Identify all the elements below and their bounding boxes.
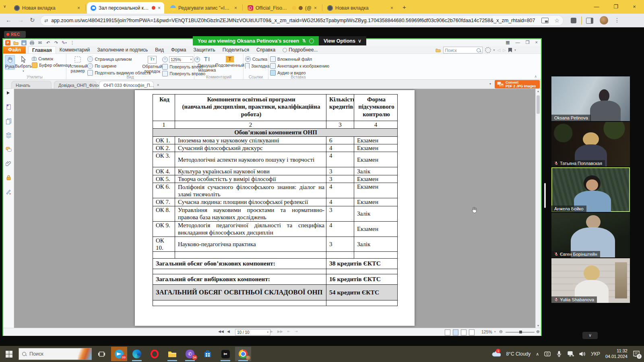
video-tile-anzhela[interactable]: Анжела Бойко <box>551 167 630 212</box>
taskbar-edge[interactable] <box>129 347 145 361</box>
taskbar-store[interactable] <box>200 347 216 361</box>
select-tool-button[interactable]: Выбрать▾ <box>15 55 32 72</box>
notification-center[interactable]: 2 <box>633 350 640 358</box>
video-tile-yuliia[interactable]: Yuliia Shabanova <box>551 258 630 303</box>
zoom-presets-icon[interactable]: ▾ <box>494 330 496 333</box>
video-tile-yevhen[interactable]: Євген Борінштейн <box>551 213 630 257</box>
layers-panel-icon[interactable] <box>6 132 12 138</box>
reload-icon[interactable]: ↻ <box>30 16 35 24</box>
site-info-icon[interactable]: ⇄ <box>44 18 48 23</box>
window-close-button[interactable]: × <box>625 0 643 13</box>
highlight-button[interactable]: T Подсвеченный <box>218 55 242 68</box>
menu-file[interactable]: Файл <box>3 46 26 53</box>
layout-spread-icon[interactable] <box>469 329 475 335</box>
actual-size-button[interactable]: Истинный размер <box>68 55 87 73</box>
undo-icon[interactable]: ↶ <box>45 40 51 45</box>
window-minimize-button[interactable]: — <box>588 0 605 13</box>
nav-forward-icon[interactable]: ▷ <box>503 48 506 52</box>
screen-record-icon[interactable] <box>544 351 551 357</box>
pdf-minimize-icon[interactable]: — <box>516 40 520 45</box>
extensions-icon[interactable] <box>571 18 576 23</box>
taskbar-viber[interactable]: ✆ 34 <box>182 347 198 361</box>
pdf-search-input[interactable]: Поиск <box>443 47 483 53</box>
language-indicator[interactable]: УКР <box>591 351 600 357</box>
signatures-panel-icon[interactable] <box>6 189 12 195</box>
forward-icon[interactable]: → <box>18 16 24 23</box>
clock[interactable]: 11:3204.01.2024 <box>605 348 627 360</box>
zoom-level-field[interactable]: 125%▾ <box>169 56 193 63</box>
weather-widget[interactable]: 1 <box>492 350 501 358</box>
comments-panel-icon[interactable] <box>6 146 12 152</box>
tile-windows-icon[interactable]: ▦ <box>506 40 510 45</box>
taskbar-explorer[interactable] <box>164 347 180 361</box>
prev-page-icon[interactable]: ◀ <box>227 329 230 333</box>
menu-fill-sign[interactable]: Заполнение и подпись <box>93 46 151 53</box>
typewriter-button[interactable]: TI Пишущая машинка <box>196 55 218 73</box>
close-icon[interactable]: × <box>77 5 80 11</box>
next-view-icon[interactable]: ⇥ <box>295 329 298 333</box>
menu-view[interactable]: Вид <box>151 46 167 53</box>
panel-resize-handle[interactable] <box>544 183 546 208</box>
pdf-close-icon[interactable]: × <box>535 40 538 45</box>
chevron-down-icon[interactable]: ▾ <box>493 48 495 52</box>
email-icon[interactable]: ✉ <box>37 40 43 45</box>
bookmark-star-icon[interactable]: ☆ <box>554 17 559 24</box>
link-button[interactable]: ∞Ссылка <box>245 56 270 62</box>
layout-single-icon[interactable] <box>445 329 450 335</box>
menu-help[interactable]: Справка <box>253 46 279 53</box>
thumbnails-panel-icon[interactable] <box>6 104 12 110</box>
tray-expand-icon[interactable]: ∧ <box>536 352 539 357</box>
close-icon[interactable]: × <box>157 83 159 87</box>
microphone-icon[interactable] <box>556 351 562 357</box>
taskbar-opera[interactable] <box>147 347 163 361</box>
pdf-vertical-scrollbar[interactable]: ▲ ▼ <box>535 89 540 328</box>
new-tab-button[interactable]: + <box>402 4 406 10</box>
customize-toolbar-icon[interactable]: ⋮ <box>70 40 75 45</box>
taskbar-telegram[interactable]: 99 <box>111 347 127 361</box>
redo-icon[interactable]: ↷ <box>54 40 59 45</box>
zoom-out-icon[interactable]: − <box>162 57 168 62</box>
video-tile-oksana[interactable]: Oksana Petinova <box>551 76 630 121</box>
video-tile-tatyana[interactable]: Татьяна Поплавская <box>551 122 630 167</box>
stamp-tool-icon[interactable]: ✎▾ <box>62 40 67 45</box>
taskbar-search[interactable]: Поиск <box>19 348 92 360</box>
menu-comment[interactable]: Комментарий <box>56 46 94 53</box>
menu-home[interactable]: Главная <box>28 46 56 53</box>
close-icon[interactable]: × <box>390 5 393 11</box>
layout-continuous-icon[interactable] <box>453 329 458 335</box>
browser-tab-new-1[interactable]: Новая вкладка × <box>10 2 84 14</box>
open-folder-icon[interactable] <box>13 40 19 45</box>
ribbon-collapse-icon[interactable]: ∧ <box>534 74 537 78</box>
menu-form[interactable]: Форма <box>167 46 190 53</box>
layout-two-page-icon[interactable] <box>461 329 466 335</box>
close-icon[interactable]: × <box>314 5 317 11</box>
tab-list-chevron-icon[interactable]: ▾ <box>489 82 491 86</box>
bookmarks-panel-icon[interactable] <box>508 48 512 52</box>
attachments-panel-icon[interactable] <box>6 160 12 167</box>
scroll-down-icon[interactable]: ▼ <box>536 324 541 327</box>
nav-back-icon[interactable]: ◁ <box>497 48 501 52</box>
security-panel-icon[interactable] <box>6 175 12 181</box>
task-view-button[interactable] <box>93 347 109 361</box>
side-panel-icon[interactable] <box>586 18 593 24</box>
profile-avatar[interactable] <box>600 16 608 25</box>
menu-protect[interactable]: Защитить <box>190 46 219 53</box>
chevron-down-icon[interactable]: ▾ <box>514 48 516 52</box>
zoom-in-icon[interactable]: ⊕ <box>536 329 540 334</box>
pages-panel-icon[interactable] <box>6 118 12 124</box>
pdf-restore-icon[interactable]: ❐ <box>526 40 530 45</box>
scroll-up-icon[interactable]: ▲ <box>536 90 541 93</box>
doc-tab-start[interactable]: Начать <box>11 81 52 89</box>
browser-tab-zoom[interactable]: Зал персональной конфер × <box>87 2 164 14</box>
pdf-content-area[interactable]: Код Компоненти освітньої програми(навчал… <box>14 89 535 328</box>
speaker-icon[interactable] <box>579 351 586 357</box>
clipboard-button[interactable]: Буфер обмена▾ <box>32 62 71 68</box>
back-icon[interactable]: ← <box>6 16 12 23</box>
browser-tab-new-2[interactable]: Новая вкладка × <box>324 2 397 14</box>
start-button[interactable] <box>1 347 17 361</box>
whole-page-button[interactable]: ◌Страница целиком <box>87 56 142 62</box>
network-icon[interactable] <box>568 351 574 357</box>
picture-in-picture-icon[interactable] <box>541 18 549 23</box>
first-page-icon[interactable]: ◀◀ <box>218 329 224 333</box>
prev-view-icon[interactable]: ⇤ <box>287 329 291 333</box>
